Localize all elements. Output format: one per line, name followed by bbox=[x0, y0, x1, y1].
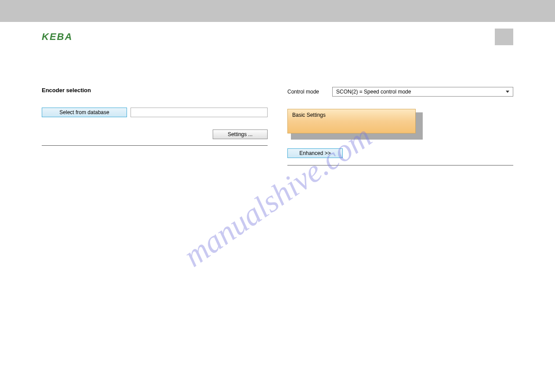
control-mode-value: SCON(2) = Speed control mode bbox=[336, 89, 411, 95]
header: KEBA bbox=[0, 22, 555, 52]
logo: KEBA bbox=[42, 31, 73, 43]
select-from-database-button[interactable]: Select from database bbox=[42, 108, 127, 117]
database-row: Select from database bbox=[42, 108, 268, 117]
control-mode-select[interactable]: SCON(2) = Speed control mode bbox=[332, 87, 513, 97]
encoder-selection-panel: Encoder selection Select from database S… bbox=[42, 87, 268, 165]
top-bar bbox=[0, 0, 555, 22]
encoder-selection-title: Encoder selection bbox=[42, 87, 268, 94]
content: Encoder selection Select from database S… bbox=[0, 52, 555, 165]
database-input[interactable] bbox=[131, 108, 268, 117]
basic-settings-block: Basic Settings bbox=[287, 109, 419, 136]
control-mode-label: Control mode bbox=[287, 89, 319, 95]
settings-row: Settings ... bbox=[42, 129, 268, 139]
control-mode-row: Control mode SCON(2) = Speed control mod… bbox=[287, 87, 513, 97]
basic-settings-box[interactable]: Basic Settings bbox=[287, 109, 416, 133]
settings-button[interactable]: Settings ... bbox=[213, 129, 268, 139]
basic-settings-label: Basic Settings bbox=[292, 112, 326, 118]
header-right-box[interactable] bbox=[495, 29, 513, 45]
right-divider bbox=[287, 165, 513, 165]
control-mode-panel: Control mode SCON(2) = Speed control mod… bbox=[287, 87, 513, 165]
enhanced-button[interactable]: Enhanced >> bbox=[287, 148, 343, 158]
left-divider bbox=[42, 145, 268, 146]
